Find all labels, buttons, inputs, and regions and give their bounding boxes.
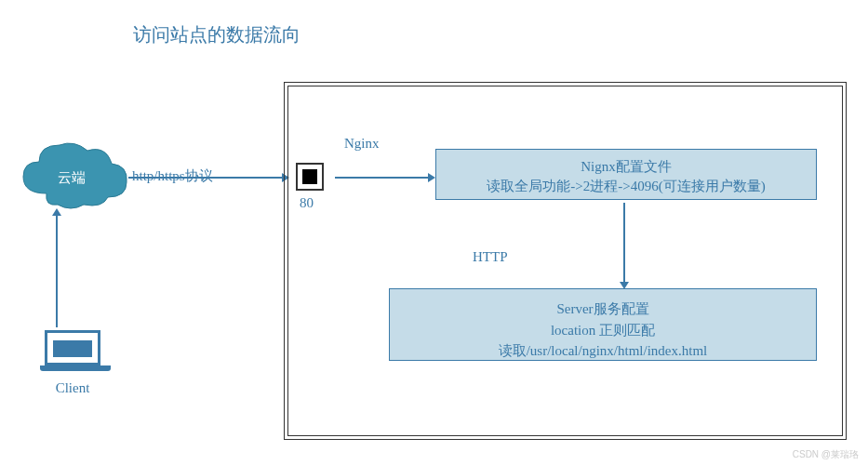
http-label: HTTP (473, 249, 508, 265)
nginx-config-box: Nignx配置文件 读取全局功能->2进程->4096(可连接用户数量) (435, 149, 817, 200)
protocol-label: http/https协议 (132, 167, 213, 185)
arrow-config-to-server (623, 203, 625, 282)
config-line1: Nignx配置文件 (436, 157, 816, 177)
cloud-label: 云端 (58, 169, 86, 187)
port-label: 80 (300, 195, 314, 211)
client-label: Client (26, 380, 119, 396)
arrow-port-to-config (335, 177, 428, 179)
diagram-title: 访问站点的数据流向 (133, 22, 300, 47)
laptop-icon (40, 330, 105, 375)
watermark: CSDN @莱瑞珞 (793, 448, 859, 461)
port-icon (296, 163, 324, 191)
server-line1: Server服务配置 (390, 299, 816, 320)
nginx-label: Nginx (344, 136, 380, 152)
arrow-client-to-cloud (56, 216, 58, 327)
client-node: Client (26, 330, 119, 396)
config-line2: 读取全局功能->2进程->4096(可连接用户数量) (436, 177, 816, 196)
server-line2: location 正则匹配 (390, 320, 816, 341)
server-line3: 读取/usr/local/nginx/html/index.html (390, 340, 816, 362)
server-config-box: Server服务配置 location 正则匹配 读取/usr/local/ng… (389, 288, 817, 361)
